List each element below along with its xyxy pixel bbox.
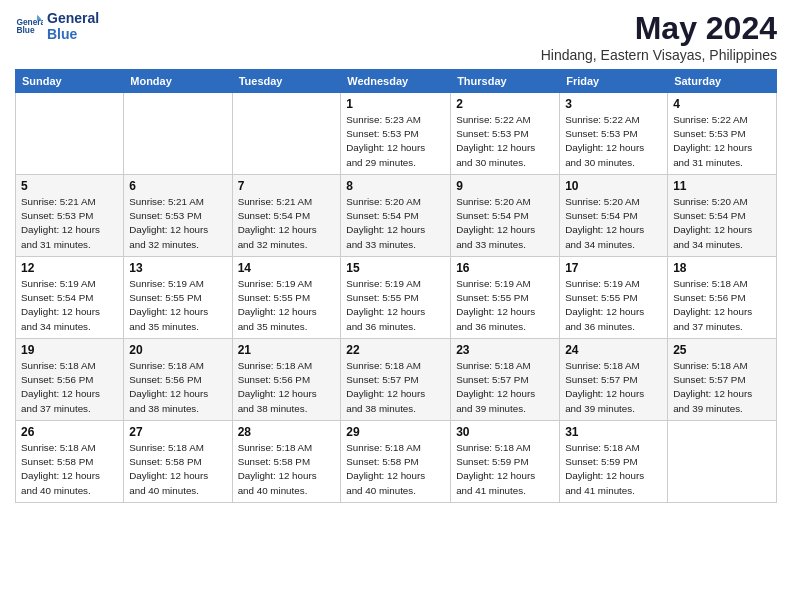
day-number: 30 — [456, 425, 554, 439]
day-info: Sunrise: 5:18 AMSunset: 5:59 PMDaylight:… — [456, 441, 554, 498]
calendar-cell: 13Sunrise: 5:19 AMSunset: 5:55 PMDayligh… — [124, 257, 232, 339]
weekday-header-saturday: Saturday — [668, 70, 777, 93]
calendar-cell: 16Sunrise: 5:19 AMSunset: 5:55 PMDayligh… — [451, 257, 560, 339]
calendar-cell: 23Sunrise: 5:18 AMSunset: 5:57 PMDayligh… — [451, 339, 560, 421]
calendar-cell: 11Sunrise: 5:20 AMSunset: 5:54 PMDayligh… — [668, 175, 777, 257]
day-number: 15 — [346, 261, 445, 275]
day-info: Sunrise: 5:22 AMSunset: 5:53 PMDaylight:… — [673, 113, 771, 170]
calendar-cell: 14Sunrise: 5:19 AMSunset: 5:55 PMDayligh… — [232, 257, 341, 339]
day-number: 20 — [129, 343, 226, 357]
day-info: Sunrise: 5:19 AMSunset: 5:55 PMDaylight:… — [565, 277, 662, 334]
logo-icon: General Blue — [15, 12, 43, 40]
day-number: 7 — [238, 179, 336, 193]
weekday-header-sunday: Sunday — [16, 70, 124, 93]
day-number: 19 — [21, 343, 118, 357]
calendar-cell: 27Sunrise: 5:18 AMSunset: 5:58 PMDayligh… — [124, 421, 232, 503]
weekday-header-thursday: Thursday — [451, 70, 560, 93]
day-info: Sunrise: 5:19 AMSunset: 5:55 PMDaylight:… — [129, 277, 226, 334]
day-info: Sunrise: 5:19 AMSunset: 5:55 PMDaylight:… — [346, 277, 445, 334]
calendar-week-row: 1Sunrise: 5:23 AMSunset: 5:53 PMDaylight… — [16, 93, 777, 175]
day-number: 8 — [346, 179, 445, 193]
calendar-cell: 22Sunrise: 5:18 AMSunset: 5:57 PMDayligh… — [341, 339, 451, 421]
calendar-week-row: 12Sunrise: 5:19 AMSunset: 5:54 PMDayligh… — [16, 257, 777, 339]
day-number: 5 — [21, 179, 118, 193]
calendar-cell — [16, 93, 124, 175]
day-number: 29 — [346, 425, 445, 439]
weekday-header-row: SundayMondayTuesdayWednesdayThursdayFrid… — [16, 70, 777, 93]
calendar-cell — [124, 93, 232, 175]
day-info: Sunrise: 5:18 AMSunset: 5:56 PMDaylight:… — [129, 359, 226, 416]
weekday-header-monday: Monday — [124, 70, 232, 93]
weekday-header-tuesday: Tuesday — [232, 70, 341, 93]
calendar-cell: 15Sunrise: 5:19 AMSunset: 5:55 PMDayligh… — [341, 257, 451, 339]
calendar-cell: 30Sunrise: 5:18 AMSunset: 5:59 PMDayligh… — [451, 421, 560, 503]
calendar-week-row: 26Sunrise: 5:18 AMSunset: 5:58 PMDayligh… — [16, 421, 777, 503]
logo: General Blue General Blue — [15, 10, 99, 42]
day-info: Sunrise: 5:23 AMSunset: 5:53 PMDaylight:… — [346, 113, 445, 170]
weekday-header-wednesday: Wednesday — [341, 70, 451, 93]
calendar-week-row: 5Sunrise: 5:21 AMSunset: 5:53 PMDaylight… — [16, 175, 777, 257]
page-header: General Blue General Blue May 2024 Hinda… — [15, 10, 777, 63]
weekday-header-friday: Friday — [560, 70, 668, 93]
day-number: 18 — [673, 261, 771, 275]
day-number: 9 — [456, 179, 554, 193]
svg-text:Blue: Blue — [16, 25, 34, 35]
day-number: 6 — [129, 179, 226, 193]
day-info: Sunrise: 5:18 AMSunset: 5:56 PMDaylight:… — [673, 277, 771, 334]
calendar-cell: 26Sunrise: 5:18 AMSunset: 5:58 PMDayligh… — [16, 421, 124, 503]
title-area: May 2024 Hindang, Eastern Visayas, Phili… — [541, 10, 777, 63]
calendar-cell: 19Sunrise: 5:18 AMSunset: 5:56 PMDayligh… — [16, 339, 124, 421]
day-info: Sunrise: 5:18 AMSunset: 5:57 PMDaylight:… — [673, 359, 771, 416]
day-number: 1 — [346, 97, 445, 111]
day-info: Sunrise: 5:20 AMSunset: 5:54 PMDaylight:… — [346, 195, 445, 252]
calendar-cell: 20Sunrise: 5:18 AMSunset: 5:56 PMDayligh… — [124, 339, 232, 421]
day-number: 28 — [238, 425, 336, 439]
day-number: 24 — [565, 343, 662, 357]
logo-text: General — [47, 10, 99, 26]
day-info: Sunrise: 5:18 AMSunset: 5:57 PMDaylight:… — [346, 359, 445, 416]
day-number: 2 — [456, 97, 554, 111]
day-number: 31 — [565, 425, 662, 439]
day-number: 21 — [238, 343, 336, 357]
day-info: Sunrise: 5:18 AMSunset: 5:57 PMDaylight:… — [456, 359, 554, 416]
day-info: Sunrise: 5:19 AMSunset: 5:55 PMDaylight:… — [456, 277, 554, 334]
calendar-cell: 8Sunrise: 5:20 AMSunset: 5:54 PMDaylight… — [341, 175, 451, 257]
calendar-cell: 31Sunrise: 5:18 AMSunset: 5:59 PMDayligh… — [560, 421, 668, 503]
day-number: 11 — [673, 179, 771, 193]
day-info: Sunrise: 5:22 AMSunset: 5:53 PMDaylight:… — [456, 113, 554, 170]
day-number: 22 — [346, 343, 445, 357]
calendar-cell: 5Sunrise: 5:21 AMSunset: 5:53 PMDaylight… — [16, 175, 124, 257]
calendar-cell: 3Sunrise: 5:22 AMSunset: 5:53 PMDaylight… — [560, 93, 668, 175]
calendar-cell: 28Sunrise: 5:18 AMSunset: 5:58 PMDayligh… — [232, 421, 341, 503]
day-number: 13 — [129, 261, 226, 275]
day-number: 4 — [673, 97, 771, 111]
calendar-cell: 4Sunrise: 5:22 AMSunset: 5:53 PMDaylight… — [668, 93, 777, 175]
day-info: Sunrise: 5:18 AMSunset: 5:58 PMDaylight:… — [21, 441, 118, 498]
calendar-cell: 17Sunrise: 5:19 AMSunset: 5:55 PMDayligh… — [560, 257, 668, 339]
calendar-cell: 21Sunrise: 5:18 AMSunset: 5:56 PMDayligh… — [232, 339, 341, 421]
day-info: Sunrise: 5:18 AMSunset: 5:58 PMDaylight:… — [346, 441, 445, 498]
calendar-cell — [668, 421, 777, 503]
day-number: 27 — [129, 425, 226, 439]
calendar-cell — [232, 93, 341, 175]
day-info: Sunrise: 5:18 AMSunset: 5:58 PMDaylight:… — [238, 441, 336, 498]
day-info: Sunrise: 5:20 AMSunset: 5:54 PMDaylight:… — [456, 195, 554, 252]
day-info: Sunrise: 5:21 AMSunset: 5:53 PMDaylight:… — [21, 195, 118, 252]
calendar-cell: 6Sunrise: 5:21 AMSunset: 5:53 PMDaylight… — [124, 175, 232, 257]
day-info: Sunrise: 5:18 AMSunset: 5:56 PMDaylight:… — [21, 359, 118, 416]
day-info: Sunrise: 5:19 AMSunset: 5:54 PMDaylight:… — [21, 277, 118, 334]
day-info: Sunrise: 5:21 AMSunset: 5:54 PMDaylight:… — [238, 195, 336, 252]
day-number: 26 — [21, 425, 118, 439]
calendar-cell: 1Sunrise: 5:23 AMSunset: 5:53 PMDaylight… — [341, 93, 451, 175]
location-title: Hindang, Eastern Visayas, Philippines — [541, 47, 777, 63]
day-info: Sunrise: 5:18 AMSunset: 5:59 PMDaylight:… — [565, 441, 662, 498]
day-number: 3 — [565, 97, 662, 111]
calendar-cell: 10Sunrise: 5:20 AMSunset: 5:54 PMDayligh… — [560, 175, 668, 257]
day-info: Sunrise: 5:20 AMSunset: 5:54 PMDaylight:… — [565, 195, 662, 252]
calendar-cell: 24Sunrise: 5:18 AMSunset: 5:57 PMDayligh… — [560, 339, 668, 421]
day-number: 17 — [565, 261, 662, 275]
calendar-cell: 29Sunrise: 5:18 AMSunset: 5:58 PMDayligh… — [341, 421, 451, 503]
calendar-cell: 9Sunrise: 5:20 AMSunset: 5:54 PMDaylight… — [451, 175, 560, 257]
day-number: 12 — [21, 261, 118, 275]
day-number: 14 — [238, 261, 336, 275]
